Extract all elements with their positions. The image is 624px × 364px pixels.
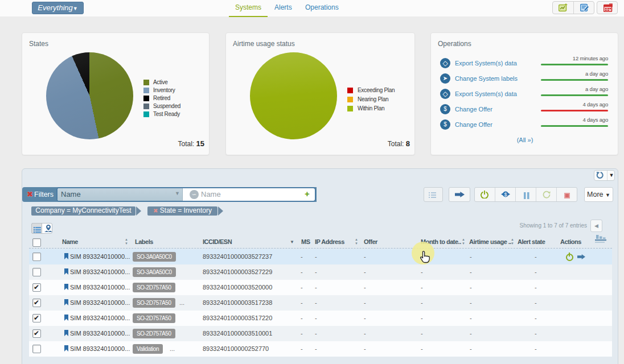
svg-text:$: $ xyxy=(504,192,507,197)
